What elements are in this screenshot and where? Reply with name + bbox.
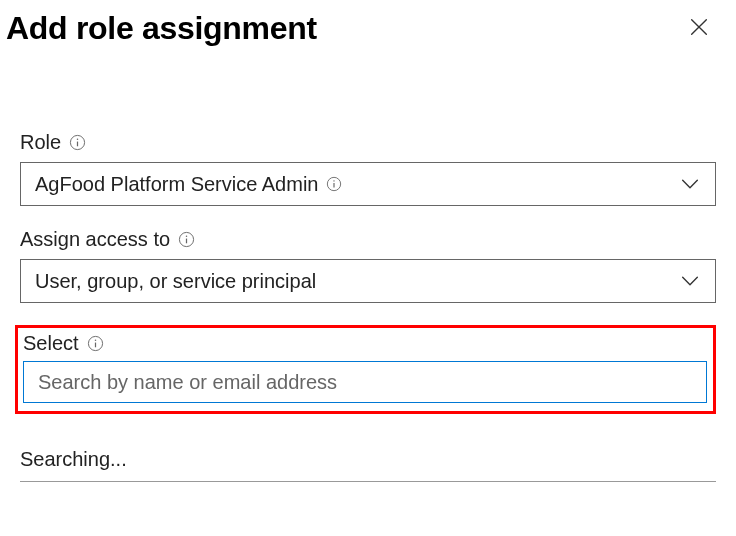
svg-point-13: [94, 339, 96, 341]
role-dropdown[interactable]: AgFood Platform Service Admin: [20, 162, 716, 206]
select-search-input[interactable]: [23, 361, 707, 403]
assign-to-dropdown-value: User, group, or service principal: [35, 270, 316, 293]
select-label-row: Select: [23, 332, 707, 355]
svg-point-4: [77, 138, 79, 140]
role-dropdown-value: AgFood Platform Service Admin: [35, 173, 342, 196]
svg-point-10: [186, 235, 188, 237]
assign-to-label: Assign access to: [20, 228, 170, 251]
info-icon[interactable]: [178, 231, 195, 248]
assign-to-dropdown[interactable]: User, group, or service principal: [20, 259, 716, 303]
searching-status: Searching...: [20, 448, 716, 481]
role-label: Role: [20, 131, 61, 154]
info-icon[interactable]: [69, 134, 86, 151]
role-field-group: Role AgFood Platform Service Admin: [20, 131, 716, 206]
select-label: Select: [23, 332, 79, 355]
results-section: Searching...: [0, 448, 736, 482]
close-button[interactable]: [682, 10, 716, 47]
info-icon[interactable]: [326, 176, 342, 192]
panel-title: Add role assignment: [6, 10, 317, 47]
chevron-down-icon: [679, 173, 701, 195]
chevron-down-icon: [679, 270, 701, 292]
role-label-row: Role: [20, 131, 716, 154]
form-body: Role AgFood Platform Service Admin: [0, 107, 736, 414]
add-role-assignment-panel: Add role assignment Role: [0, 0, 736, 482]
results-divider: [20, 481, 716, 482]
info-icon[interactable]: [87, 335, 104, 352]
svg-point-7: [334, 180, 335, 181]
panel-header: Add role assignment: [0, 0, 736, 47]
assign-to-field-group: Assign access to User, group, or service…: [20, 228, 716, 303]
close-icon: [688, 16, 710, 41]
assign-to-label-row: Assign access to: [20, 228, 716, 251]
role-value-text: AgFood Platform Service Admin: [35, 173, 318, 196]
select-field-highlight: Select: [15, 325, 716, 414]
